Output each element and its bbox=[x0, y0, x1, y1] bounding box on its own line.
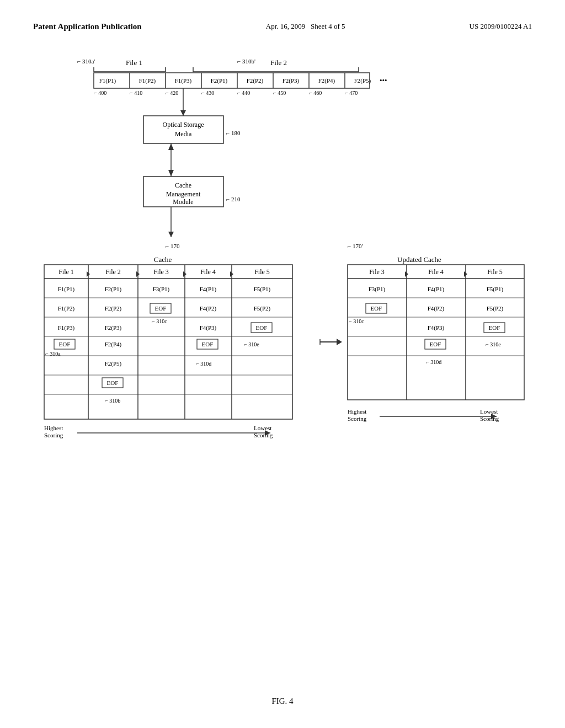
ref-310d-uc: ⌐ 310d bbox=[426, 359, 441, 365]
cr3-c2: F2(P3) bbox=[105, 324, 122, 331]
cr1-c4: F4(P1) bbox=[200, 286, 217, 293]
optical-storage-text2: Media bbox=[175, 130, 192, 138]
ref-400: ⌐ 400 bbox=[94, 90, 106, 96]
figure-diagram: File 1 File 2 ⌐ 310a' ⌐ 310b' F1(P1) F1(… bbox=[33, 28, 532, 678]
ref-310b-prime: ⌐ 310b' bbox=[237, 58, 255, 65]
arrow-cmm-down bbox=[168, 232, 174, 237]
file1-label: File 1 bbox=[126, 58, 142, 67]
cell-f2p2: F2(P2) bbox=[247, 77, 264, 84]
transform-arrow-head bbox=[337, 339, 342, 345]
ref-310b-cache: ⌐ 310b bbox=[105, 398, 120, 404]
cell-f1p2: F1(P2) bbox=[139, 77, 156, 84]
ref-450: ⌐ 450 bbox=[273, 90, 286, 96]
arrow-down-1 bbox=[180, 110, 186, 116]
cr4-c1: EOF bbox=[59, 341, 71, 347]
cell-f2p5: F2(P5) bbox=[354, 77, 371, 84]
cr2-c4: F4(P2) bbox=[200, 305, 217, 312]
cr3-c4: F4(P3) bbox=[200, 324, 217, 331]
cache-lowest-scoring2: Scoring bbox=[254, 432, 273, 438]
cache-hdr-file5: File 5 bbox=[254, 268, 270, 276]
ref-310c-uc: ⌐ 310c bbox=[349, 318, 364, 324]
cr4-c2: F2(P4) bbox=[105, 341, 122, 348]
cache-hdr-file2: File 2 bbox=[105, 268, 121, 276]
cache-mgmt-text3: Module bbox=[173, 198, 193, 206]
ref-470: ⌐ 470 bbox=[345, 90, 358, 96]
uc-lowest-scoring: Lowest bbox=[480, 408, 498, 415]
cr2-c1: F1(P2) bbox=[58, 305, 75, 312]
cache-hdr-file3: File 3 bbox=[153, 268, 169, 276]
ref-440: ⌐ 440 bbox=[237, 90, 250, 96]
cache-highest-scoring2: Scoring bbox=[44, 432, 63, 438]
ref-410: ⌐ 410 bbox=[130, 90, 142, 96]
cr2-c3: EOF bbox=[155, 305, 167, 312]
ucr2-c1: EOF bbox=[371, 305, 382, 312]
cr1-c2: F2(P1) bbox=[105, 286, 122, 293]
ref-310d-cache: ⌐ 310d bbox=[196, 361, 211, 367]
cache-title: Cache bbox=[154, 255, 172, 264]
ref-170: ⌐ 170 bbox=[166, 243, 180, 249]
file2-label: File 2 bbox=[270, 58, 287, 67]
cell-f2p3: F2(P3) bbox=[282, 77, 300, 84]
ref-310e-uc: ⌐ 310e bbox=[486, 341, 501, 347]
uc-highest-scoring2: Scoring bbox=[348, 415, 367, 422]
uc-hdr-file4: File 4 bbox=[428, 268, 444, 276]
cell-f1p3: F1(P3) bbox=[175, 77, 192, 84]
updated-cache-title: Updated Cache bbox=[397, 255, 441, 264]
ucr2-c3: F5(P2) bbox=[487, 305, 504, 312]
ref-460: ⌐ 460 bbox=[309, 90, 322, 96]
ucr1-c3: F5(P1) bbox=[487, 286, 504, 293]
cache-lowest-scoring: Lowest bbox=[254, 425, 271, 431]
ucr3-c3: EOF bbox=[489, 324, 500, 331]
uc-hdr-file3: File 3 bbox=[369, 268, 385, 276]
cache-highest-scoring: Highest bbox=[44, 425, 63, 431]
strip-dots: ••• bbox=[380, 76, 387, 84]
ref-170-prime: ⌐ 170' bbox=[348, 243, 363, 249]
uc-lowest-scoring2: Scoring bbox=[480, 415, 499, 422]
ref-180: ⌐ 180 bbox=[226, 130, 241, 136]
ucr3-c2: F4(P3) bbox=[428, 324, 445, 331]
page: Patent Application Publication Apr. 16, … bbox=[0, 0, 565, 728]
file2-brace bbox=[193, 67, 359, 72]
ref-430: ⌐ 430 bbox=[201, 90, 214, 96]
file1-brace bbox=[94, 67, 166, 72]
ref-310a-prime: ⌐ 310a' bbox=[77, 58, 95, 65]
cache-mgmt-text1: Cache bbox=[175, 181, 191, 189]
cr2-c2: F2(P2) bbox=[105, 305, 122, 312]
cr4-c4: EOF bbox=[202, 341, 214, 347]
cell-f1p1: F1(P1) bbox=[99, 77, 116, 84]
cr1-c5: F5(P1) bbox=[254, 286, 271, 293]
cr3-c5: EOF bbox=[256, 324, 268, 331]
cache-hdr-file1: File 1 bbox=[58, 268, 74, 276]
ucr1-c2: F4(P1) bbox=[428, 286, 445, 293]
cell-f2p1: F2(P1) bbox=[211, 77, 228, 84]
cr6-c2: EOF bbox=[107, 379, 119, 386]
ref-310e-cache: ⌐ 310e bbox=[244, 341, 259, 347]
cr1-c3: F3(P1) bbox=[153, 286, 170, 293]
arrow-down-optical bbox=[168, 170, 174, 176]
ref-310c-cache: ⌐ 310c bbox=[152, 318, 167, 324]
ucr4-c2: EOF bbox=[430, 341, 441, 347]
cr5-c2: F2(P5) bbox=[105, 360, 122, 367]
cr2-c5: F5(P2) bbox=[254, 305, 271, 312]
ref-420: ⌐ 420 bbox=[166, 90, 178, 96]
optical-storage-text1: Optical Storage bbox=[163, 121, 204, 129]
ref-310a-cache: ⌐ 310a bbox=[45, 351, 61, 357]
figure-caption: FIG. 4 bbox=[271, 697, 293, 706]
ucr1-c1: F3(P1) bbox=[369, 286, 386, 293]
cr1-c1: F1(P1) bbox=[58, 286, 75, 293]
cell-f2p4: F2(P4) bbox=[318, 77, 335, 84]
cache-hdr-file4: File 4 bbox=[200, 268, 216, 276]
optical-storage-box bbox=[143, 116, 223, 143]
ref-210: ⌐ 210 bbox=[226, 196, 241, 202]
arrow-up-optical bbox=[168, 143, 174, 150]
ucr2-c2: F4(P2) bbox=[428, 305, 445, 312]
cache-mgmt-text2: Management bbox=[166, 190, 201, 198]
uc-highest-scoring: Highest bbox=[348, 408, 366, 415]
uc-hdr-file5: File 5 bbox=[487, 268, 503, 276]
cr3-c1: F1(P3) bbox=[58, 324, 75, 331]
